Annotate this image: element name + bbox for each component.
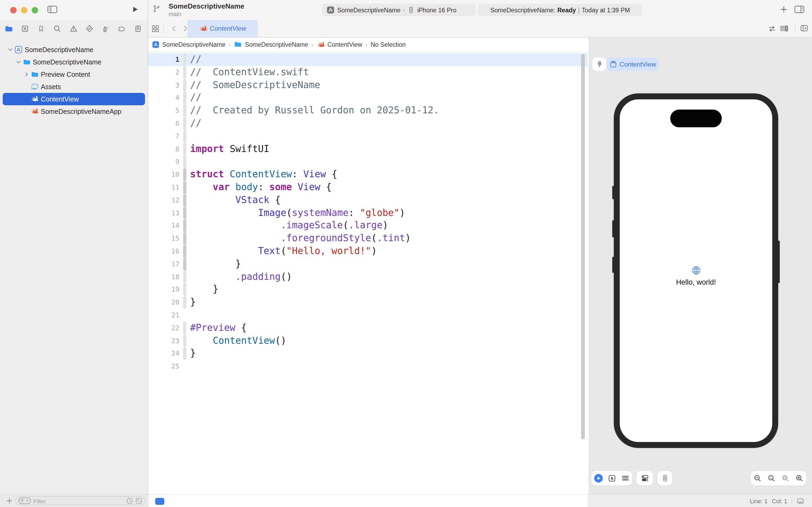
add-file-button[interactable] xyxy=(6,497,13,504)
changes-filter-icon[interactable] xyxy=(135,497,142,504)
code-text: // SomeDescriptiveName xyxy=(190,79,321,92)
code-line-25[interactable]: 25 xyxy=(148,360,587,373)
code-line-4[interactable]: 4// xyxy=(148,92,587,105)
inspector-toggle-icon[interactable] xyxy=(794,5,805,13)
keyboard-icon[interactable] xyxy=(797,497,805,505)
zoom-fit-icon[interactable] xyxy=(781,474,790,482)
jumpbar-item-2[interactable]: ContentView xyxy=(316,41,362,49)
minimap-badge[interactable] xyxy=(155,498,164,505)
preview-screen[interactable]: Hello, world! xyxy=(620,99,772,442)
filter-menu-icon[interactable] xyxy=(18,497,31,504)
related-items-icon[interactable] xyxy=(152,25,160,33)
code-line-2[interactable]: 2// ContentView.swift xyxy=(148,66,587,79)
device-settings-button[interactable] xyxy=(636,471,653,486)
code-line-15[interactable]: 15 .foregroundStyle(.tint) xyxy=(148,232,587,245)
code-line-11[interactable]: 11 var body: some View { xyxy=(148,181,587,194)
editor-options-icon[interactable] xyxy=(780,24,789,33)
tab-contentview[interactable]: ContentView xyxy=(187,20,258,37)
editor-scrollbar[interactable] xyxy=(581,54,585,439)
code-line-5[interactable]: 5// Created by Russell Gordon on 2025-01… xyxy=(148,104,587,117)
change-bar xyxy=(183,143,186,156)
live-preview-button[interactable] xyxy=(594,474,603,483)
selectable-mode-button[interactable] xyxy=(608,474,616,482)
run-destination: iPhone 16 Pro xyxy=(417,7,457,13)
minimize-button[interactable] xyxy=(21,7,27,13)
code-line-17[interactable]: 17 } xyxy=(148,258,587,271)
code-text: struct ContentView: View { xyxy=(190,168,337,181)
code-line-19[interactable]: 19 } xyxy=(148,283,587,296)
navigator-tab-debug[interactable] xyxy=(101,24,110,33)
code-line-10[interactable]: 10struct ContentView: View { xyxy=(148,168,587,181)
code-line-3[interactable]: 3// SomeDescriptiveName xyxy=(148,79,587,92)
code-line-21[interactable]: 21 xyxy=(148,309,587,322)
sidebar-item-preview-content[interactable]: Preview Content xyxy=(0,68,148,80)
code-line-20[interactable]: 20} xyxy=(148,296,587,309)
jumpbar-item-1[interactable]: SomeDescriptiveName xyxy=(234,41,308,48)
filter-field[interactable]: Filter xyxy=(15,496,146,505)
device-icon xyxy=(408,6,415,14)
code-line-7[interactable]: 7 xyxy=(148,130,587,143)
sidebar-item-contentview[interactable]: ContentView xyxy=(0,93,148,105)
preview-device-button[interactable] xyxy=(657,471,673,486)
disclosure-down-icon[interactable] xyxy=(6,47,14,53)
back-button[interactable] xyxy=(170,25,178,32)
code-line-16[interactable]: 16 Text("Hello, world!") xyxy=(148,245,587,258)
code-line-23[interactable]: 23 ContentView() xyxy=(148,334,587,347)
line-number: 10 xyxy=(148,168,179,181)
add-editor-icon[interactable] xyxy=(800,24,808,32)
zoom-in-icon[interactable] xyxy=(795,474,803,482)
sidebar-item-assets[interactable]: Assets xyxy=(0,80,148,93)
device-settings-icon xyxy=(640,474,649,482)
jump-bar[interactable]: SomeDescriptiveName›SomeDescriptiveName›… xyxy=(148,38,587,52)
code-area[interactable]: 1//2// ContentView.swift3// SomeDescript… xyxy=(148,52,587,373)
sidebar-divider[interactable] xyxy=(148,0,148,507)
preview-tab-pill[interactable]: ContentView xyxy=(606,57,659,71)
source-editor[interactable]: 1//2// ContentView.swift3// SomeDescript… xyxy=(148,52,587,494)
close-button[interactable] xyxy=(10,7,17,13)
code-line-22[interactable]: 22#Preview { xyxy=(148,322,587,334)
add-button[interactable] xyxy=(780,5,788,13)
variants-mode-button[interactable] xyxy=(621,475,629,482)
navigator-tab-source-control[interactable] xyxy=(20,24,30,33)
pin-preview-button[interactable] xyxy=(592,57,606,71)
code-line-13[interactable]: 13 Image(systemName: "globe") xyxy=(148,207,587,219)
scheme-selector[interactable]: SomeDescriptiveName › iPhone 16 Pro xyxy=(322,4,476,16)
code-line-14[interactable]: 14 .imageScale(.large) xyxy=(148,219,587,232)
navigator-tab-bookmarks[interactable] xyxy=(37,24,46,33)
code-line-12[interactable]: 12 VStack { xyxy=(148,194,587,207)
app-icon xyxy=(327,6,335,14)
code-review-icon[interactable] xyxy=(768,25,776,33)
zoom-button[interactable] xyxy=(32,7,38,13)
jumpbar-item-3[interactable]: No Selection xyxy=(370,41,405,48)
code-line-9[interactable]: 9 xyxy=(148,156,587,168)
code-line-8[interactable]: 8import SwiftUI xyxy=(148,143,587,156)
line-number: 5 xyxy=(148,104,179,117)
code-line-24[interactable]: 24} xyxy=(148,347,587,360)
sidebar-item-somedescriptivename[interactable]: SomeDescriptiveName xyxy=(0,56,148,68)
line-number: 22 xyxy=(148,322,179,334)
recents-filter-icon[interactable] xyxy=(126,497,133,504)
run-button[interactable] xyxy=(131,5,139,13)
change-bar xyxy=(183,181,186,194)
navigator-tab-find[interactable] xyxy=(53,24,62,33)
zoom-out-icon[interactable] xyxy=(754,474,762,482)
disclosure-right-icon[interactable] xyxy=(22,71,31,77)
filter-bar: Filter xyxy=(0,494,148,507)
navigator-tab-project[interactable] xyxy=(4,24,13,33)
zoom-actual-size-icon[interactable]: 1 xyxy=(767,474,775,482)
hello-world-text: Hello, world! xyxy=(620,278,772,286)
sidebar-toggle-icon[interactable] xyxy=(47,5,57,13)
code-line-6[interactable]: 6// xyxy=(148,117,587,130)
sidebar-item-somedescriptivenameapp[interactable]: SomeDescriptiveNameApp xyxy=(0,105,148,118)
navigator-tab-reports[interactable] xyxy=(133,24,142,33)
navigator-tab-issues[interactable] xyxy=(69,24,78,33)
disclosure-down-icon[interactable] xyxy=(14,59,22,65)
code-line-18[interactable]: 18 .padding() xyxy=(148,270,587,283)
code-text: ContentView() xyxy=(190,334,286,347)
navigator-tab-breakpoints[interactable] xyxy=(117,24,126,33)
sidebar-item-somedescriptivename[interactable]: SomeDescriptiveName xyxy=(0,44,148,56)
navigator-tab-tests[interactable] xyxy=(85,24,94,33)
jumpbar-item-0[interactable]: SomeDescriptiveName xyxy=(152,41,225,48)
preview-content: Hello, world! xyxy=(620,266,772,286)
code-line-1[interactable]: 1// xyxy=(148,53,587,66)
